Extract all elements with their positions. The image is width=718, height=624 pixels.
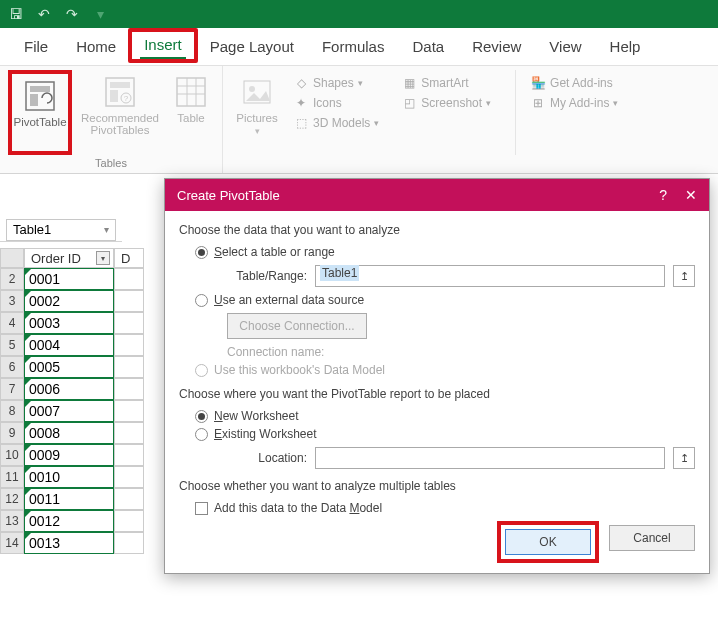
cell-orderid[interactable]: 0010 [24, 466, 114, 488]
error-indicator-icon [25, 489, 31, 495]
qat-dropdown-icon[interactable]: ▾ [90, 6, 110, 22]
formula-bar: Table1 ▾ [0, 218, 122, 242]
tab-page-layout[interactable]: Page Layout [196, 30, 308, 65]
cell[interactable] [114, 290, 144, 312]
svg-point-14 [249, 86, 255, 92]
row-header[interactable]: 5 [0, 334, 24, 356]
name-box[interactable]: Table1 ▾ [6, 219, 116, 241]
collapse-dialog-icon[interactable]: ↥ [673, 447, 695, 469]
cancel-button[interactable]: Cancel [609, 525, 695, 551]
recommended-pivottables-button[interactable]: ? Recommended PivotTables [78, 70, 162, 155]
choose-connection-button[interactable]: Choose Connection... [227, 313, 367, 339]
close-icon[interactable]: ✕ [685, 187, 697, 203]
get-addins-button[interactable]: 🏪Get Add-ins [526, 74, 622, 92]
table-row: 110010 [0, 466, 160, 488]
row-header[interactable]: 7 [0, 378, 24, 400]
cell-orderid[interactable]: 0006 [24, 378, 114, 400]
tab-file[interactable]: File [10, 30, 62, 65]
cell[interactable] [114, 312, 144, 334]
cell-orderid[interactable]: 0005 [24, 356, 114, 378]
cell-orderid[interactable]: 0007 [24, 400, 114, 422]
cell[interactable] [114, 488, 144, 510]
select-all-corner[interactable] [0, 248, 24, 268]
cell[interactable] [114, 400, 144, 422]
cell-orderid[interactable]: 0013 [24, 532, 114, 554]
row-header[interactable]: 14 [0, 532, 24, 554]
smartart-button[interactable]: ▦SmartArt [397, 74, 495, 92]
undo-icon[interactable]: ↶ [34, 6, 54, 22]
option-external-source[interactable]: Use an external data source [195, 293, 695, 307]
tab-data[interactable]: Data [398, 30, 458, 65]
tab-formulas[interactable]: Formulas [308, 30, 399, 65]
cell-orderid[interactable]: 0008 [24, 422, 114, 444]
tab-home[interactable]: Home [62, 30, 130, 65]
tab-insert[interactable]: Insert [128, 28, 198, 63]
error-indicator-icon [25, 445, 31, 451]
addins-icon: ⊞ [530, 96, 546, 110]
cell[interactable] [114, 378, 144, 400]
tab-help[interactable]: Help [596, 30, 655, 65]
chevron-down-icon[interactable]: ▾ [104, 224, 109, 235]
svg-rect-5 [110, 90, 118, 102]
cell-orderid[interactable]: 0003 [24, 312, 114, 334]
table-range-label: Table/Range: [227, 269, 307, 283]
table-button[interactable]: Table [168, 70, 214, 155]
row-header[interactable]: 2 [0, 268, 24, 290]
option-select-table-range[interactable]: Select a table or range [195, 245, 695, 259]
row-header[interactable]: 11 [0, 466, 24, 488]
cell[interactable] [114, 334, 144, 356]
location-input[interactable] [315, 447, 665, 469]
table-row: 50004 [0, 334, 160, 356]
redo-icon[interactable]: ↷ [62, 6, 82, 22]
table-range-input[interactable]: Table1 [315, 265, 665, 287]
pictures-button[interactable]: Pictures ▾ [231, 70, 283, 155]
cell[interactable] [114, 356, 144, 378]
row-header[interactable]: 13 [0, 510, 24, 532]
svg-rect-8 [177, 78, 205, 106]
column-header-orderid[interactable]: Order ID ▾ [24, 248, 114, 268]
row-header[interactable]: 12 [0, 488, 24, 510]
cell-orderid[interactable]: 0009 [24, 444, 114, 466]
row-header[interactable]: 3 [0, 290, 24, 312]
error-indicator-icon [25, 511, 31, 517]
row-header[interactable]: 6 [0, 356, 24, 378]
cell[interactable] [114, 422, 144, 444]
row-header[interactable]: 10 [0, 444, 24, 466]
radio-icon [195, 410, 208, 423]
cell-orderid[interactable]: 0001 [24, 268, 114, 290]
shapes-button[interactable]: ◇Shapes ▾ [289, 74, 383, 92]
cell-orderid[interactable]: 0011 [24, 488, 114, 510]
cell-orderid[interactable]: 0004 [24, 334, 114, 356]
save-icon[interactable]: 🖫 [6, 6, 26, 22]
table-row: 120011 [0, 488, 160, 510]
3d-models-button[interactable]: ⬚3D Models ▾ [289, 114, 383, 132]
option-new-worksheet[interactable]: New Worksheet [195, 409, 695, 423]
cell-orderid[interactable]: 0012 [24, 510, 114, 532]
chevron-down-icon: ▾ [374, 118, 379, 128]
collapse-dialog-icon[interactable]: ↥ [673, 265, 695, 287]
row-header[interactable]: 8 [0, 400, 24, 422]
tab-view[interactable]: View [535, 30, 595, 65]
icons-button[interactable]: ✦Icons [289, 94, 383, 112]
cell[interactable] [114, 444, 144, 466]
row-header[interactable]: 9 [0, 422, 24, 444]
cell[interactable] [114, 268, 144, 290]
option-add-to-data-model[interactable]: Add this data to the Data Model [195, 501, 695, 515]
help-icon[interactable]: ? [659, 187, 667, 203]
cell[interactable] [114, 510, 144, 532]
option-existing-worksheet[interactable]: Existing Worksheet [195, 427, 695, 441]
filter-dropdown-icon[interactable]: ▾ [96, 251, 110, 265]
column-header-2[interactable]: D [114, 248, 144, 268]
tab-review[interactable]: Review [458, 30, 535, 65]
row-header[interactable]: 4 [0, 312, 24, 334]
error-indicator-icon [25, 401, 31, 407]
pivottable-button[interactable]: PivotTable [8, 70, 72, 155]
ok-button[interactable]: OK [505, 529, 591, 555]
recommended-pivottables-icon: ? [102, 74, 138, 110]
cell[interactable] [114, 466, 144, 488]
cell[interactable] [114, 532, 144, 554]
cell-orderid[interactable]: 0002 [24, 290, 114, 312]
screenshot-button[interactable]: ◰Screenshot ▾ [397, 94, 495, 112]
my-addins-button[interactable]: ⊞My Add-ins ▾ [526, 94, 622, 112]
dialog-titlebar[interactable]: Create PivotTable ? ✕ [165, 179, 709, 211]
